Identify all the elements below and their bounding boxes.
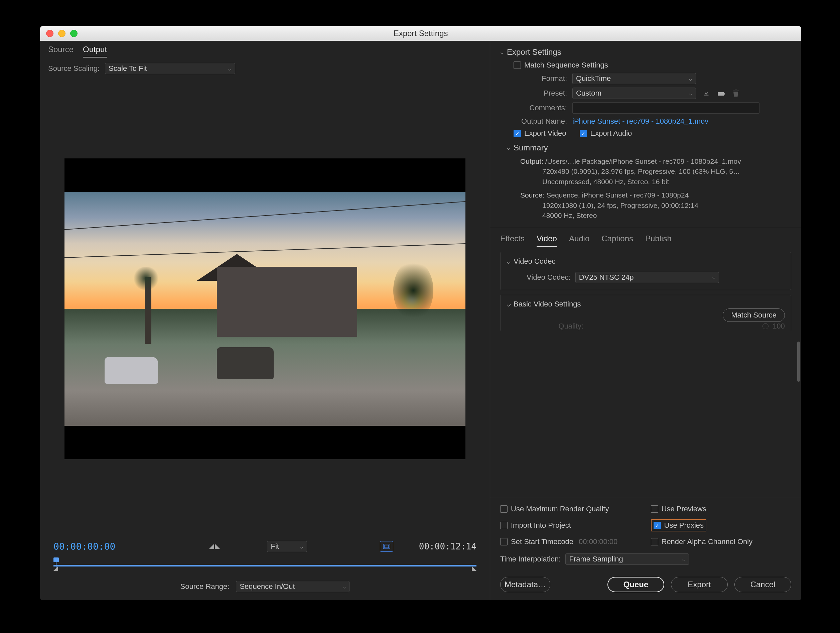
output-name-label: Output Name: [505,117,567,126]
import-project-checkbox[interactable] [500,522,508,529]
export-video-label: Export Video [524,129,566,138]
comments-label: Comments: [513,104,567,112]
tab-video[interactable]: Video [537,234,557,247]
basic-video-header[interactable]: ⌵ Basic Video Settings [507,300,785,309]
tab-audio[interactable]: Audio [569,234,589,247]
use-proxies-checkbox[interactable]: ✓ [654,522,661,529]
time-interpolation-label: Time Interpolation: [500,555,561,563]
delete-preset-icon [731,89,741,98]
video-codec-select[interactable]: DV25 NTSC 24p ⌵ [575,272,719,283]
use-previews-checkbox[interactable] [651,505,658,513]
quality-label: Quality: [527,322,583,331]
save-preset-icon[interactable] [701,89,711,98]
format-select[interactable]: QuickTime ⌵ [572,73,696,84]
preset-value: Custom [576,89,602,98]
mark-in-icon[interactable] [209,544,214,549]
current-timecode[interactable]: 00:00:00:00 [54,541,115,552]
tab-publish[interactable]: Publish [645,234,672,247]
timeline-out-marker[interactable] [472,566,477,571]
export-settings-title: Export Settings [507,47,561,57]
svg-rect-2 [718,92,724,96]
render-alpha-checkbox[interactable] [651,538,658,546]
match-source-button[interactable]: Match Source [723,309,785,322]
zoom-select[interactable]: Fit ⌵ [267,541,307,552]
start-timecode-value: 00:00:00:00 [579,537,617,546]
quality-slider-thumb [763,323,769,329]
source-range-select[interactable]: Sequence In/Out ⌵ [236,581,349,592]
settings-pane: ⌵ Export Settings Match Sequence Setting… [490,41,801,600]
video-codec-value: DV25 NTSC 24p [579,273,634,282]
output-name-link[interactable]: iPhone Sunset - rec709 - 1080p24_1.mov [572,117,708,126]
preview-frame [65,192,466,426]
video-codec-header[interactable]: ⌵ Video Codec [507,257,785,266]
export-video-checkbox[interactable]: ✓ [513,130,521,137]
zoom-value: Fit [271,542,279,551]
summary-source: Source: Sequence, iPhone Sunset - rec709… [520,190,791,221]
mark-out-icon[interactable] [215,544,220,549]
chevron-down-icon: ⌵ [689,90,692,97]
comments-input[interactable] [572,102,759,114]
time-interpolation-select[interactable]: Frame Sampling ⌵ [565,554,689,565]
titlebar: Export Settings [40,26,801,41]
format-label: Format: [513,74,567,83]
caret-down-icon: ⌵ [507,300,511,309]
export-settings-window: Export Settings Source Output Source Sca… [40,26,801,600]
start-timecode-checkbox[interactable] [500,538,508,546]
chevron-down-icon: ⌵ [300,543,303,550]
metadata-button[interactable]: Metadata… [500,577,550,592]
tab-captions[interactable]: Captions [602,234,633,247]
export-audio-checkbox[interactable]: ✓ [580,130,587,137]
caret-down-icon: ⌵ [507,145,510,151]
preset-select[interactable]: Custom ⌵ [572,87,696,99]
start-timecode-label: Set Start Timecode [511,537,573,546]
export-audio-label: Export Audio [591,129,632,138]
chevron-down-icon: ⌵ [228,65,232,72]
render-alpha-label: Render Alpha Channel Only [662,537,753,546]
tab-source[interactable]: Source [48,45,74,57]
svg-rect-1 [385,545,388,548]
export-button[interactable]: Export [671,577,728,592]
queue-button[interactable]: Queue [608,577,664,592]
max-quality-checkbox[interactable] [500,505,508,513]
source-scaling-value: Scale To Fit [109,64,147,73]
caret-down-icon: ⌵ [507,257,511,266]
format-value: QuickTime [576,74,611,83]
svg-rect-0 [383,544,390,549]
video-codec-label: Video Codec: [527,273,571,282]
source-range-label: Source Range: [180,582,229,591]
chevron-down-icon: ⌵ [343,584,346,590]
source-scaling-select[interactable]: Scale To Fit ⌵ [105,63,235,74]
scrollbar[interactable] [797,342,800,382]
chevron-down-icon: ⌵ [689,76,692,82]
source-range-value: Sequence In/Out [240,582,295,591]
match-sequence-label: Match Sequence Settings [524,61,608,70]
max-quality-label: Use Maximum Render Quality [511,505,609,513]
source-scaling-label: Source Scaling: [48,64,99,73]
duration-timecode: 00:00:12:14 [419,541,477,551]
import-project-label: Import Into Project [511,521,571,530]
tab-effects[interactable]: Effects [500,234,524,247]
import-preset-icon[interactable] [716,89,726,98]
preset-label: Preset: [513,89,567,98]
video-preview [65,158,466,459]
chevron-down-icon: ⌵ [682,556,685,562]
bottom-options: Use Maximum Render Quality Use Previews … [490,497,801,600]
timeline-in-marker[interactable] [54,566,58,571]
video-codec-title: Video Codec [513,257,556,266]
summary-title: Summary [513,143,548,152]
chevron-down-icon: ⌵ [712,274,715,280]
aspect-ratio-button[interactable] [380,541,393,552]
summary-header[interactable]: ⌵ Summary [507,143,791,152]
tab-output[interactable]: Output [83,45,107,57]
quality-value: 100 [772,322,785,331]
use-proxies-label: Use Proxies [664,521,704,530]
use-previews-label: Use Previews [662,505,706,513]
cancel-button[interactable]: Cancel [734,577,791,592]
basic-video-title: Basic Video Settings [513,300,581,309]
export-settings-header[interactable]: ⌵ Export Settings [500,47,791,57]
window-title: Export Settings [40,29,801,38]
timeline[interactable] [54,557,477,571]
match-sequence-checkbox[interactable] [513,62,521,69]
summary-output: Output: /Users/…le Package/iPhone Sunset… [520,157,791,187]
caret-down-icon: ⌵ [500,49,504,55]
